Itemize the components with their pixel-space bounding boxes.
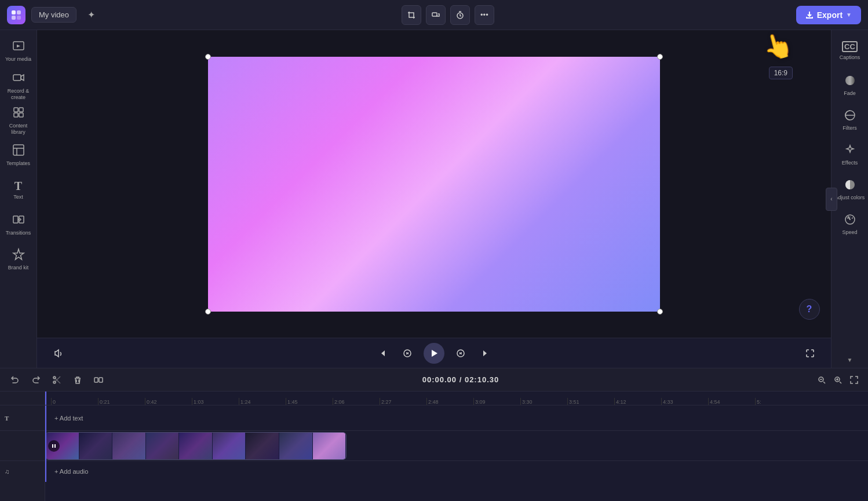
split-button[interactable] [90, 372, 107, 388]
svg-rect-3 [17, 16, 21, 20]
sidebar-item-your-media[interactable]: Your media [2, 35, 35, 67]
sidebar-item-content-library[interactable]: Content library [2, 104, 35, 137]
project-title[interactable]: My video [31, 7, 76, 23]
ruler-mark-5: 1:45 [286, 398, 333, 405]
ruler-mark-13: 4:33 [661, 398, 708, 405]
center-area [37, 30, 831, 368]
crop-tool-button[interactable] [402, 5, 421, 25]
ruler-mark-15: 5: [755, 398, 802, 405]
tracks-container: + Add text [45, 405, 868, 482]
svg-rect-9 [19, 108, 23, 112]
sidebar-item-templates[interactable]: Templates [2, 139, 35, 171]
text-track-label: T [0, 405, 45, 431]
svg-rect-23 [94, 378, 98, 382]
aspect-ratio-badge: 16:9 [769, 67, 793, 79]
templates-icon [12, 144, 25, 158]
timeline-scroll[interactable]: 0 0:21 0:42 1:03 1:24 1:45 2:06 2:27 2:4… [45, 392, 868, 501]
topbar: My video ✦ ••• [0, 0, 868, 30]
transitions-label: Transitions [6, 230, 31, 236]
sidebar-item-fade[interactable]: Fade [834, 70, 866, 102]
fullscreen-button[interactable] [801, 344, 819, 363]
playhead-line [45, 405, 46, 482]
playback-center [373, 343, 495, 364]
timeline-area: 00:00.00 / 02:10.30 [0, 368, 868, 501]
pause-overlay [48, 440, 60, 452]
captions-icon: CC [842, 41, 858, 52]
playback-bar [37, 338, 831, 368]
ruler-mark-0: 0 [51, 398, 98, 405]
audio-icon: ♫ [5, 468, 9, 475]
sidebar-item-effects[interactable]: Effects [834, 139, 866, 171]
ruler-mark-3: 1:03 [192, 398, 239, 405]
svg-rect-4 [432, 13, 437, 16]
help-button[interactable]: ? [799, 299, 820, 320]
playback-left [49, 344, 67, 363]
fade-label: Fade [844, 90, 856, 97]
your-media-icon [12, 39, 25, 54]
handle-top-left[interactable] [205, 54, 211, 60]
ruler-mark-8: 2:48 [426, 398, 473, 405]
record-create-label: Record & create [2, 88, 35, 101]
timeline-ruler: 0 0:21 0:42 1:03 1:24 1:45 2:06 2:27 2:4… [45, 392, 868, 405]
zoom-out-button[interactable] [815, 373, 829, 387]
canvas-frame[interactable] [208, 57, 660, 312]
effects-icon [844, 144, 856, 158]
add-text-button[interactable]: + Add text [50, 412, 87, 424]
app-logo[interactable] [7, 6, 25, 24]
audio-track-label: ♫ [0, 461, 45, 482]
sidebar-item-captions[interactable]: CC Captions [834, 35, 866, 67]
help-icon: ? [807, 304, 812, 315]
add-audio-button[interactable]: + Add audio [50, 466, 93, 477]
resize-tool-button[interactable] [426, 5, 446, 25]
fit-to-screen-button[interactable] [847, 373, 861, 387]
track-labels: T ♫ [0, 392, 45, 501]
zoom-in-button[interactable] [831, 373, 845, 387]
cut-button[interactable] [49, 372, 65, 388]
rewind-button[interactable] [398, 344, 417, 363]
sidebar-item-speed[interactable]: Speed [834, 209, 866, 241]
playhead-ruler [45, 392, 46, 405]
delete-button[interactable] [70, 372, 86, 388]
handle-top-right[interactable] [657, 54, 663, 60]
sidebar-item-brand-kit[interactable]: Brand kit [2, 243, 35, 276]
collapse-sidebar-button[interactable]: ‹ [826, 188, 837, 211]
handle-bottom-left[interactable] [205, 309, 211, 315]
export-button[interactable]: Export ▼ [796, 6, 861, 24]
sidebar-item-text[interactable]: T Text [2, 174, 35, 206]
svg-rect-28 [54, 444, 56, 448]
canvas-container [37, 30, 831, 338]
svg-rect-27 [52, 444, 53, 448]
skip-to-start-button[interactable] [373, 344, 391, 363]
speed-icon [844, 214, 856, 227]
sidebar-item-transitions[interactable]: Transitions [2, 209, 35, 241]
collapse-icon: ‹ [830, 196, 832, 202]
video-strip[interactable] [45, 432, 347, 460]
ruler-mark-14: 4:54 [708, 398, 755, 405]
ai-button[interactable]: ✦ [82, 6, 100, 24]
timeline-time-display: 00:00.00 / 02:10.30 [111, 375, 810, 384]
sidebar-item-filters[interactable]: Filters [834, 104, 866, 137]
redo-button[interactable] [28, 372, 44, 388]
ruler-mark-1: 0:21 [98, 398, 145, 405]
your-media-label: Your media [5, 56, 31, 63]
undo-button[interactable] [7, 372, 23, 388]
handle-bottom-right[interactable] [657, 309, 663, 315]
mute-button[interactable] [49, 344, 67, 363]
sidebar-item-adjust-colors[interactable]: Adjust colors [834, 174, 866, 206]
sidebar-item-record-create[interactable]: Record & create [2, 70, 35, 102]
canvas-video [208, 57, 660, 312]
skip-to-end-button[interactable] [477, 344, 495, 363]
topbar-center: ••• [105, 5, 790, 25]
collapse-chevron[interactable]: ▼ [847, 357, 853, 363]
svg-rect-1 [17, 10, 21, 14]
play-button[interactable] [424, 343, 444, 364]
ruler-mark-2: 0:42 [145, 398, 192, 405]
adjust-colors-icon [844, 179, 856, 192]
right-sidebar: ‹ CC Captions Fade [831, 30, 868, 368]
fast-forward-button[interactable] [451, 344, 470, 363]
timer-tool-button[interactable] [450, 5, 470, 25]
more-tools-button[interactable]: ••• [475, 5, 494, 25]
speed-label: Speed [842, 229, 857, 236]
svg-rect-24 [99, 378, 103, 382]
main-content: Your media Record & create Content lib [0, 30, 868, 368]
